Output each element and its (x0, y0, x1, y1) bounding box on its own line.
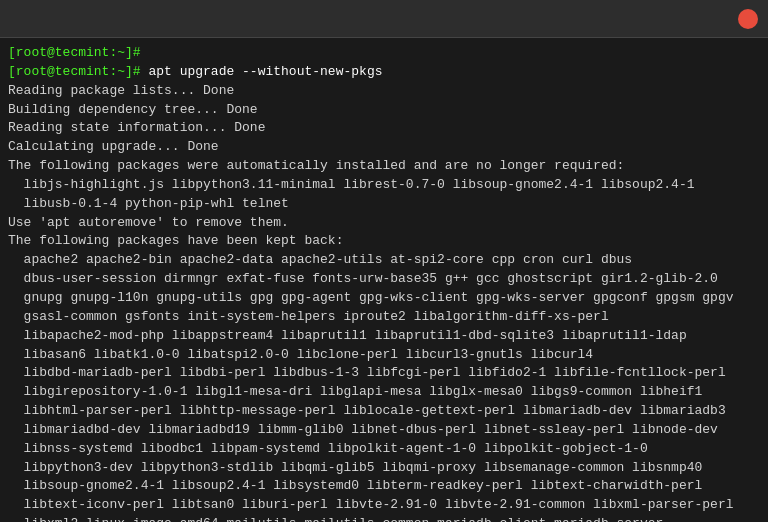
terminal-line: libapache2-mod-php libappstream4 libapru… (8, 327, 760, 346)
output-text: libxml2 linux-image-amd64 mailutils mail… (8, 516, 663, 522)
output-text: libmariadbd-dev libmariadbd19 libmm-glib… (8, 422, 718, 437)
output-text: The following packages were automaticall… (8, 158, 624, 173)
add-tab-button[interactable] (34, 17, 42, 21)
terminal-line: dbus-user-session dirmngr exfat-fuse fon… (8, 270, 760, 289)
output-text: gsasl-common gsfonts init-system-helpers… (8, 309, 609, 324)
terminal-line: libtext-iconv-perl libtsan0 liburi-perl … (8, 496, 760, 515)
title-bar-left (10, 17, 74, 21)
terminal-body[interactable]: [root@tecmint:~]#[root@tecmint:~]# apt u… (0, 38, 768, 522)
prompt-symbol: # (133, 64, 141, 79)
output-text: libsoup-gnome2.4-1 libsoup2.4-1 libsyste… (8, 478, 702, 493)
output-text: Use 'apt autoremove' to remove them. (8, 215, 289, 230)
output-text: apache2 apache2-bin apache2-data apache2… (8, 252, 632, 267)
terminal-line: Use 'apt autoremove' to remove them. (8, 214, 760, 233)
terminal-line: libusb-0.1-4 python-pip-whl telnet (8, 195, 760, 214)
terminal-line: libasan6 libatk1.0-0 libatspi2.0-0 libcl… (8, 346, 760, 365)
output-text: Reading package lists... Done (8, 83, 234, 98)
terminal-line: libgirepository-1.0-1 libgl1-mesa-dri li… (8, 383, 760, 402)
terminal-line: libjs-highlight.js libpython3.11-minimal… (8, 176, 760, 195)
output-text: Reading state information... Done (8, 120, 265, 135)
terminal-line: libsoup-gnome2.4-1 libsoup2.4-1 libsyste… (8, 477, 760, 496)
terminal-line: libdbd-mariadb-perl libdbi-perl libdbus-… (8, 364, 760, 383)
output-text: libdbd-mariadb-perl libdbi-perl libdbus-… (8, 365, 726, 380)
terminal-line: libmariadbd-dev libmariadbd19 libmm-glib… (8, 421, 760, 440)
terminal-line: gsasl-common gsfonts init-system-helpers… (8, 308, 760, 327)
icon2-button[interactable] (66, 17, 74, 21)
output-text: libpython3-dev libpython3-stdlib libqmi-… (8, 460, 702, 475)
output-text: libgirepository-1.0-1 libgl1-mesa-dri li… (8, 384, 702, 399)
output-text: libhtml-parser-perl libhttp-message-perl… (8, 403, 726, 418)
output-text: libusb-0.1-4 python-pip-whl telnet (8, 196, 289, 211)
title-bar (0, 0, 768, 38)
prompt-user: [root@tecmint:~] (8, 45, 133, 60)
prompt-command: apt upgrade --without-new-pkgs (141, 64, 383, 79)
terminal-line: libnss-systemd libodbc1 libpam-systemd l… (8, 440, 760, 459)
terminal-line: Reading state information... Done (8, 119, 760, 138)
terminal-line: Calculating upgrade... Done (8, 138, 760, 157)
close-button[interactable] (738, 9, 758, 29)
output-text: Calculating upgrade... Done (8, 139, 219, 154)
output-text: The following packages have been kept ba… (8, 233, 343, 248)
terminal-line: [root@tecmint:~]# (8, 44, 760, 63)
prompt-symbol: # (133, 45, 141, 60)
terminal-line: The following packages have been kept ba… (8, 232, 760, 251)
terminal-line: Building dependency tree... Done (8, 101, 760, 120)
terminal-line: Reading package lists... Done (8, 82, 760, 101)
icon1-button[interactable] (50, 17, 58, 21)
title-bar-right (698, 9, 758, 29)
terminal-line: libxml2 linux-image-amd64 mailutils mail… (8, 515, 760, 522)
terminal-line: gnupg gnupg-l10n gnupg-utils gpg gpg-age… (8, 289, 760, 308)
output-text: libapache2-mod-php libappstream4 libapru… (8, 328, 687, 343)
terminal-line: libhtml-parser-perl libhttp-message-perl… (8, 402, 760, 421)
output-text: Building dependency tree... Done (8, 102, 258, 117)
output-text: libnss-systemd libodbc1 libpam-systemd l… (8, 441, 648, 456)
output-text: libtext-iconv-perl libtsan0 liburi-perl … (8, 497, 734, 512)
output-text: gnupg gnupg-l10n gnupg-utils gpg gpg-age… (8, 290, 734, 305)
terminal-line: libpython3-dev libpython3-stdlib libqmi-… (8, 459, 760, 478)
output-text: dbus-user-session dirmngr exfat-fuse fon… (8, 271, 718, 286)
output-text: libjs-highlight.js libpython3.11-minimal… (8, 177, 695, 192)
tab-chevron[interactable] (18, 17, 26, 21)
terminal-line: apache2 apache2-bin apache2-data apache2… (8, 251, 760, 270)
prompt-user: [root@tecmint:~] (8, 64, 133, 79)
terminal-line: The following packages were automaticall… (8, 157, 760, 176)
terminal-line: [root@tecmint:~]# apt upgrade --without-… (8, 63, 760, 82)
output-text: libasan6 libatk1.0-0 libatspi2.0-0 libcl… (8, 347, 593, 362)
